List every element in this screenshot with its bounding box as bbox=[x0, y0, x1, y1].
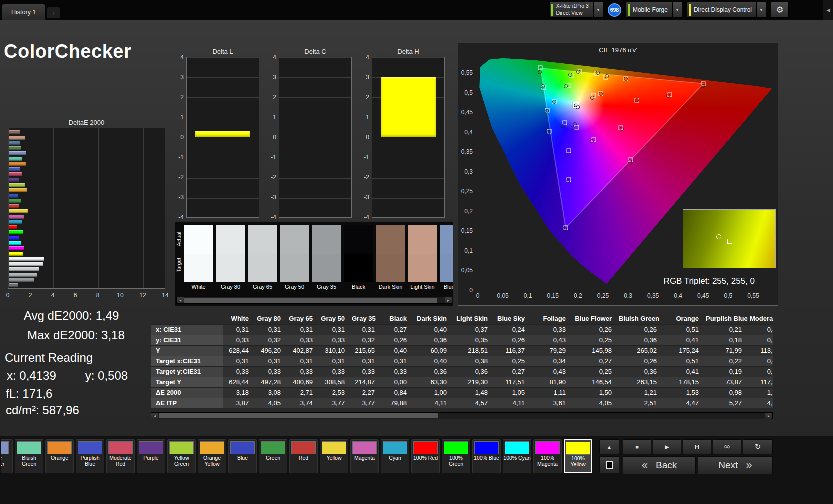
colorchecker-app: History 1 + X-Rite i1Pro 3 Direct View ▼… bbox=[0, 0, 833, 504]
patch-button-orange-yellow[interactable]: Orange Yellow bbox=[198, 439, 226, 473]
meter-name-label: X-Rite i1Pro 3 bbox=[556, 3, 589, 10]
table-cell: 3,08 bbox=[256, 387, 288, 398]
patch-button-100-green[interactable]: 100% Green bbox=[442, 439, 470, 473]
table-cell: 0,31 bbox=[256, 324, 288, 335]
patch-button-yellow[interactable]: Yellow bbox=[320, 439, 348, 473]
patch-button-blue[interactable]: Blue bbox=[228, 439, 257, 473]
cie-xtick: 0,2 bbox=[574, 292, 582, 299]
deltae2000-xticks: 02468101214 bbox=[8, 292, 165, 299]
scroll-up-button[interactable]: ▲ bbox=[599, 439, 619, 454]
patch-button-yellow-green[interactable]: Yellow Green bbox=[167, 439, 196, 473]
de-bar-100-cyan bbox=[9, 241, 21, 245]
de-bar-yellow bbox=[9, 209, 28, 213]
chevron-down-icon[interactable]: ▼ bbox=[593, 2, 603, 17]
meter-dropdown[interactable]: X-Rite i1Pro 3 Direct View ▼ bbox=[549, 2, 603, 18]
table-cell: 0,25 bbox=[573, 335, 619, 345]
table-cell: 0,31 bbox=[288, 324, 320, 335]
patch-button-cyan[interactable]: Cyan bbox=[381, 439, 409, 473]
tab-history-1[interactable]: History 1 bbox=[2, 4, 45, 20]
table-cell: 71,99 bbox=[706, 345, 749, 356]
cie-measured-blue-flower bbox=[571, 126, 575, 130]
play-button[interactable]: ▶ bbox=[653, 439, 681, 454]
table-cell: 628,44 bbox=[223, 345, 256, 356]
table-cell: 265,02 bbox=[619, 345, 664, 356]
cie-measured-100-blue bbox=[563, 227, 567, 231]
table-cell: 3,77 bbox=[320, 398, 352, 408]
table-cell: 0,36 bbox=[454, 366, 495, 377]
deltae2000-xtick: 0 bbox=[6, 292, 10, 299]
patch-button-100-yellow[interactable]: 100% Yellow bbox=[564, 439, 592, 473]
delta-h-ytick: -4 bbox=[364, 214, 369, 221]
marker-mode-button[interactable]: H bbox=[683, 439, 711, 454]
patch-button-purplish-blue[interactable]: Purplish Blue bbox=[76, 439, 104, 473]
table-cell: 0,31 bbox=[320, 324, 352, 335]
patch-button-moderate-red[interactable]: Moderate Red bbox=[106, 439, 135, 473]
table-cell: 4,05 bbox=[573, 398, 619, 408]
patch-button-green[interactable]: Green bbox=[259, 439, 287, 473]
deltae2000-xtick: 6 bbox=[74, 292, 77, 299]
patch-button-100-cyan[interactable]: 100% Cyan bbox=[503, 439, 531, 473]
scroll-right-icon[interactable]: ► bbox=[765, 413, 772, 419]
patch-button-100-blue[interactable]: 100% Blue bbox=[472, 439, 501, 473]
refresh-button[interactable]: ↻ bbox=[743, 439, 773, 454]
patch-strip-scrollbar[interactable]: ◄ ► bbox=[176, 297, 452, 304]
de-bar-100-red bbox=[9, 225, 17, 229]
scroll-left-icon[interactable]: ◄ bbox=[151, 413, 158, 419]
patch-scrollbar-thumb[interactable] bbox=[184, 298, 437, 303]
table-cell: 0,41 bbox=[664, 335, 706, 345]
de-bar-gray-65 bbox=[9, 267, 39, 271]
cie-ytick: 0,05 bbox=[461, 267, 473, 274]
gear-icon: ⚙ bbox=[776, 5, 783, 15]
scroll-left-icon[interactable]: ◄ bbox=[177, 297, 184, 303]
cie-measured-yellow-green bbox=[568, 73, 572, 77]
table-cell: 1,21 bbox=[619, 387, 664, 398]
table-scrollbar[interactable]: ◄ ► bbox=[151, 412, 773, 419]
patch-button-magenta[interactable]: Magenta bbox=[350, 439, 379, 473]
column-header-dark-skin: Dark Skin bbox=[414, 313, 454, 324]
patch-button-100-red[interactable]: 100% Red bbox=[411, 439, 440, 473]
patch-button-label: Green bbox=[266, 455, 280, 461]
patch-button-label: Moderate Red bbox=[107, 455, 134, 467]
pattern-window-button[interactable] bbox=[599, 456, 619, 473]
continuous-read-button[interactable]: ∞ bbox=[713, 439, 741, 454]
patch-dark-skin: Dark Skin bbox=[376, 225, 405, 290]
patch-button-bluish-green[interactable]: Bluish Green bbox=[15, 439, 43, 473]
cie-ytick: 0,4 bbox=[464, 129, 473, 136]
patch-blue-sky: Blue Sky bbox=[440, 225, 454, 290]
next-button[interactable]: Next » bbox=[698, 456, 773, 474]
patch-label: Light Skin bbox=[408, 282, 437, 290]
patch-button-orange[interactable]: Orange bbox=[45, 439, 74, 473]
topbar: History 1 + X-Rite i1Pro 3 Direct View ▼… bbox=[0, 0, 833, 20]
measurement-stats: Avg dE2000: 1,49 Max dE2000: 3,18 Curren… bbox=[0, 305, 150, 425]
patch-target-swatch bbox=[312, 254, 341, 282]
patch-chip bbox=[505, 441, 529, 454]
column-header-blue-flower: Blue Flower bbox=[573, 313, 619, 324]
patch-button-red[interactable]: Red bbox=[289, 439, 318, 473]
table-cell: 4,11 bbox=[495, 398, 532, 408]
patch-button-label: 100% Green bbox=[442, 455, 470, 467]
patch-button-label: Bluish Green bbox=[15, 455, 43, 467]
patch-button-label: 100% Cyan bbox=[503, 455, 530, 461]
delta-l-plot-area: 43210-1-2-3-4 bbox=[186, 57, 259, 218]
patch-button-blue-flower[interactable]: Blue Flower bbox=[1, 439, 13, 473]
patch-button-100-magenta[interactable]: 100% Magenta bbox=[533, 439, 562, 473]
row-label: Y bbox=[151, 345, 223, 356]
table-scrollbar-thumb[interactable] bbox=[159, 413, 438, 418]
source-dropdown[interactable]: Mobile Forge ▼ bbox=[626, 2, 682, 18]
collapse-panel-button[interactable]: ◀ bbox=[823, 0, 833, 20]
back-button-label: Back bbox=[656, 460, 677, 471]
back-button[interactable]: « Back bbox=[623, 456, 696, 474]
column-header-gray-35: Gray 35 bbox=[352, 313, 382, 324]
de-bar-gray-80 bbox=[9, 262, 43, 266]
table-cell: 3,61 bbox=[532, 398, 573, 408]
add-tab-button[interactable]: + bbox=[47, 7, 60, 18]
display-control-dropdown[interactable]: Direct Display Control ▼ bbox=[687, 2, 766, 18]
chevron-down-icon[interactable]: ▼ bbox=[756, 2, 766, 17]
chevron-down-icon[interactable]: ▼ bbox=[672, 2, 682, 17]
settings-button[interactable]: ⚙ bbox=[771, 2, 789, 18]
stop-button[interactable]: ■ bbox=[623, 439, 651, 454]
table-cell: 0,26 bbox=[495, 335, 532, 345]
patch-button-purple[interactable]: Purple bbox=[137, 439, 165, 473]
patch-chip bbox=[17, 441, 41, 454]
scroll-right-icon[interactable]: ► bbox=[445, 297, 452, 303]
